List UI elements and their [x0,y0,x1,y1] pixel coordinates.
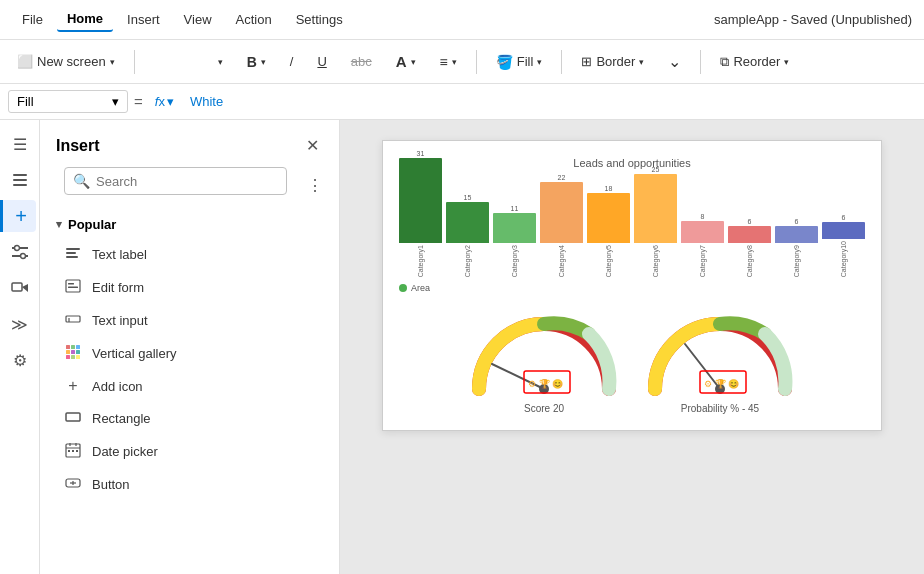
sidebar-icon-settings[interactable]: ⚙ [4,344,36,376]
bar [681,221,724,243]
bar-value: 25 [652,166,660,173]
font-dropdown[interactable]: ▾ [145,52,232,72]
insert-item-add-icon[interactable]: + Add icon [40,370,339,402]
menu-action[interactable]: Action [226,8,282,31]
close-button[interactable]: ✕ [302,132,323,159]
menubar: File Home Insert View Action Settings sa… [0,0,924,40]
menu-file[interactable]: File [12,8,53,31]
bar-group: 8Category7 [681,213,724,277]
app-title: sampleApp - Saved (Unpublished) [714,12,912,27]
add-icon-name: Add icon [92,379,143,394]
insert-item-rectangle[interactable]: Rectangle [40,402,339,435]
chevron-down-icon-fx: ▾ [167,94,174,109]
bar-value: 6 [842,214,846,221]
bar-label: Category9 [793,245,800,277]
gauge-1-svg: ⚙ 🏆 😊 [464,309,624,399]
bar-group: 31Category1 [399,150,442,277]
edit-form-name: Edit form [92,280,144,295]
insert-item-vertical-gallery[interactable]: Vertical gallery [40,337,339,370]
fill-bucket-icon: 🪣 [496,54,513,70]
reorder-label: Reorder [733,54,780,69]
menu-insert[interactable]: Insert [117,8,170,31]
svg-rect-25 [76,355,80,359]
chart-legend: Area [399,283,865,293]
menu-home[interactable]: Home [57,7,113,32]
down-button[interactable]: ⌄ [659,47,690,76]
sidebar-icon-add[interactable]: + [0,200,36,232]
reorder-button[interactable]: ⧉ Reorder ▾ [711,49,798,75]
bar-value: 11 [511,205,519,212]
insert-item-edit-form[interactable]: Edit form [40,271,339,304]
formula-input[interactable] [186,90,916,113]
down-icon: ⌄ [668,52,681,71]
bar [587,193,630,242]
border-button[interactable]: ⊞ Border ▾ [572,49,653,74]
separator-1 [134,50,135,74]
fill-button[interactable]: 🪣 Fill ▾ [487,49,552,75]
date-picker-name: Date picker [92,444,158,459]
insert-item-button[interactable]: Button [40,468,339,501]
menu-view[interactable]: View [174,8,222,31]
edit-form-icon [64,278,82,297]
sidebar-icon-layers[interactable] [4,164,36,196]
chevron-down-icon-3: ▾ [261,57,266,67]
svg-rect-31 [68,450,70,452]
text-input-icon [64,311,82,330]
underline-button[interactable]: U [308,49,335,74]
insert-item-date-picker[interactable]: Date picker [40,435,339,468]
search-row: 🔍 ⋮ [52,167,327,203]
sidebar-icon-menu[interactable]: ☰ [4,128,36,160]
sidebar-icon-controls[interactable] [4,236,36,268]
svg-rect-2 [13,184,27,186]
more-button[interactable]: ⋮ [303,172,327,199]
bar-group: 15Category2 [446,194,489,277]
svg-line-37 [492,364,544,389]
button-name: Button [92,477,130,492]
menu-items: File Home Insert View Action Settings [12,7,353,32]
font-color-button[interactable]: A ▾ [387,48,425,75]
bar-group: 22Category4 [540,174,583,277]
svg-rect-22 [76,350,80,354]
property-select[interactable]: Fill ▾ [8,90,128,113]
layers-icon [11,171,29,189]
align-button[interactable]: ≡ ▾ [431,49,466,75]
sidebar-icon-media[interactable] [4,272,36,304]
svg-rect-10 [66,252,76,254]
bar-value: 8 [701,213,705,220]
svg-rect-23 [66,355,70,359]
controls-icon [11,243,29,261]
add-icon-icon: + [64,377,82,395]
sidebar-icon-connectors[interactable]: ≫ [4,308,36,340]
bar-group: 6Category8 [728,218,771,277]
menu-settings[interactable]: Settings [286,8,353,31]
svg-rect-18 [71,345,75,349]
insert-list: ▾ Popular Text label Edit form [40,211,339,574]
new-screen-button[interactable]: ⬜ New screen ▾ [8,49,124,74]
strikethrough-button[interactable]: abc [342,49,381,74]
insert-header: Insert ✕ [40,120,339,167]
legend-label: Area [411,283,430,293]
bold-button[interactable]: B ▾ [238,49,275,75]
bar-label: Category10 [840,241,847,277]
gauge-2: ⚙ 🏆 😊 Probability % - 45 [640,309,800,414]
svg-text:⚙: ⚙ [528,379,536,389]
svg-text:😊: 😊 [552,378,564,390]
underline-label: U [317,54,326,69]
insert-panel: Insert ✕ 🔍 ⋮ ▾ Popular Text label [40,120,340,574]
chevron-down-icon-4: ▾ [411,57,416,67]
bar-value: 15 [464,194,472,201]
media-icon [11,279,29,297]
italic-label: / [290,54,294,69]
svg-text:⚙: ⚙ [704,379,712,389]
popular-section-header[interactable]: ▾ Popular [40,211,339,238]
insert-item-text-input[interactable]: Text input [40,304,339,337]
bar-value: 18 [605,185,613,192]
svg-text:🏆: 🏆 [539,378,551,390]
insert-item-text-label[interactable]: Text label [40,238,339,271]
bar-group: 18Category5 [587,185,630,277]
italic-button[interactable]: / [281,49,303,74]
bar [399,158,442,243]
fx-button[interactable]: fx ▾ [149,92,180,111]
expand-arrow-icon: ▾ [56,218,62,231]
search-input[interactable] [96,174,278,189]
